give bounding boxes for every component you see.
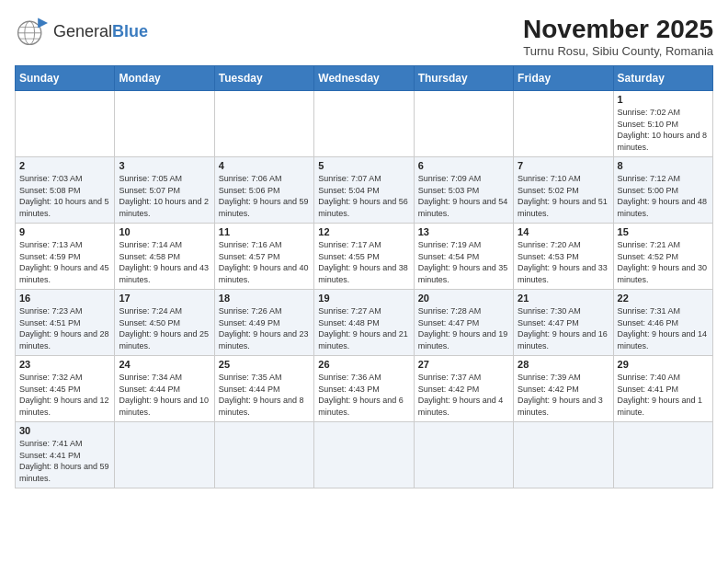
day-number: 11 [219,226,310,237]
calendar-day [214,91,313,157]
day-info: Sunrise: 7:26 AM Sunset: 4:49 PM Dayligh… [219,305,310,351]
day-info: Sunrise: 7:20 AM Sunset: 4:53 PM Dayligh… [518,239,609,285]
day-number: 12 [318,226,409,237]
day-number: 28 [518,359,609,370]
calendar-day: 24Sunrise: 7:34 AM Sunset: 4:44 PM Dayli… [115,356,214,422]
calendar-day: 25Sunrise: 7:35 AM Sunset: 4:44 PM Dayli… [214,356,313,422]
day-number: 4 [219,160,310,171]
col-saturday: Saturday [613,66,712,91]
col-sunday: Sunday [16,66,115,91]
day-number: 23 [19,359,110,370]
day-number: 15 [618,226,709,237]
calendar-table: Sunday Monday Tuesday Wednesday Thursday… [15,65,713,488]
calendar-day: 5Sunrise: 7:07 AM Sunset: 5:04 PM Daylig… [314,157,414,224]
day-number: 10 [119,226,210,237]
day-number: 9 [19,226,110,237]
calendar-day: 20Sunrise: 7:28 AM Sunset: 4:47 PM Dayli… [414,290,513,356]
day-number: 21 [518,293,609,304]
day-info: Sunrise: 7:28 AM Sunset: 4:47 PM Dayligh… [418,305,509,351]
day-number: 6 [418,160,509,171]
page-header: GeneralBlue November 2025 Turnu Rosu, Si… [15,15,713,58]
calendar-day [514,91,613,157]
calendar-day: 7Sunrise: 7:10 AM Sunset: 5:02 PM Daylig… [514,157,613,224]
day-info: Sunrise: 7:19 AM Sunset: 4:54 PM Dayligh… [418,239,509,285]
day-info: Sunrise: 7:30 AM Sunset: 4:47 PM Dayligh… [518,305,609,351]
calendar-day: 1Sunrise: 7:02 AM Sunset: 5:10 PM Daylig… [613,91,712,157]
calendar-day [414,422,513,488]
day-number: 14 [518,226,609,237]
day-number: 17 [119,293,210,304]
day-info: Sunrise: 7:14 AM Sunset: 4:58 PM Dayligh… [119,239,210,285]
day-number: 1 [618,94,709,105]
calendar-day [16,91,115,157]
day-number: 29 [618,359,709,370]
calendar-day: 30Sunrise: 7:41 AM Sunset: 4:41 PM Dayli… [16,422,115,488]
calendar-day [115,422,214,488]
col-tuesday: Tuesday [214,66,313,91]
day-number: 13 [418,226,509,237]
calendar-day: 17Sunrise: 7:24 AM Sunset: 4:50 PM Dayli… [115,290,214,356]
day-info: Sunrise: 7:37 AM Sunset: 4:42 PM Dayligh… [418,372,509,418]
month-title: November 2025 [523,15,713,44]
calendar-day: 12Sunrise: 7:17 AM Sunset: 4:55 PM Dayli… [314,224,414,290]
calendar-day: 16Sunrise: 7:23 AM Sunset: 4:51 PM Dayli… [16,290,115,356]
calendar-day [414,91,513,157]
day-info: Sunrise: 7:32 AM Sunset: 4:45 PM Dayligh… [19,372,110,418]
day-info: Sunrise: 7:34 AM Sunset: 4:44 PM Dayligh… [119,372,210,418]
day-number: 27 [418,359,509,370]
day-number: 30 [19,425,110,436]
calendar-week-row: 30Sunrise: 7:41 AM Sunset: 4:41 PM Dayli… [16,422,713,488]
day-number: 7 [518,160,609,171]
calendar-day: 14Sunrise: 7:20 AM Sunset: 4:53 PM Dayli… [514,224,613,290]
location: Turnu Rosu, Sibiu County, Romania [523,44,713,58]
day-info: Sunrise: 7:09 AM Sunset: 5:03 PM Dayligh… [418,173,509,219]
day-info: Sunrise: 7:10 AM Sunset: 5:02 PM Dayligh… [518,173,609,219]
calendar-day [214,422,313,488]
day-info: Sunrise: 7:17 AM Sunset: 4:55 PM Dayligh… [318,239,409,285]
day-number: 20 [418,293,509,304]
day-info: Sunrise: 7:16 AM Sunset: 4:57 PM Dayligh… [219,239,310,285]
calendar-day: 21Sunrise: 7:30 AM Sunset: 4:47 PM Dayli… [514,290,613,356]
day-info: Sunrise: 7:03 AM Sunset: 5:08 PM Dayligh… [19,173,110,219]
calendar-day: 8Sunrise: 7:12 AM Sunset: 5:00 PM Daylig… [613,157,712,224]
day-number: 16 [19,293,110,304]
calendar-day: 3Sunrise: 7:05 AM Sunset: 5:07 PM Daylig… [115,157,214,224]
day-info: Sunrise: 7:27 AM Sunset: 4:48 PM Dayligh… [318,305,409,351]
calendar-day: 15Sunrise: 7:21 AM Sunset: 4:52 PM Dayli… [613,224,712,290]
calendar-day: 13Sunrise: 7:19 AM Sunset: 4:54 PM Dayli… [414,224,513,290]
col-wednesday: Wednesday [314,66,414,91]
calendar-week-row: 16Sunrise: 7:23 AM Sunset: 4:51 PM Dayli… [16,290,713,356]
calendar-day: 9Sunrise: 7:13 AM Sunset: 4:59 PM Daylig… [16,224,115,290]
day-number: 8 [618,160,709,171]
day-info: Sunrise: 7:40 AM Sunset: 4:41 PM Dayligh… [618,372,709,418]
day-number: 2 [19,160,110,171]
title-block: November 2025 Turnu Rosu, Sibiu County, … [523,15,713,58]
calendar-day: 4Sunrise: 7:06 AM Sunset: 5:06 PM Daylig… [214,157,313,224]
calendar-day [314,422,414,488]
day-number: 3 [119,160,210,171]
day-info: Sunrise: 7:21 AM Sunset: 4:52 PM Dayligh… [618,239,709,285]
day-number: 24 [119,359,210,370]
day-info: Sunrise: 7:36 AM Sunset: 4:43 PM Dayligh… [318,372,409,418]
calendar-day [314,91,414,157]
day-info: Sunrise: 7:07 AM Sunset: 5:04 PM Dayligh… [318,173,409,219]
day-info: Sunrise: 7:05 AM Sunset: 5:07 PM Dayligh… [119,173,210,219]
day-info: Sunrise: 7:02 AM Sunset: 5:10 PM Dayligh… [618,107,709,153]
calendar-day: 11Sunrise: 7:16 AM Sunset: 4:57 PM Dayli… [214,224,313,290]
day-info: Sunrise: 7:31 AM Sunset: 4:46 PM Dayligh… [618,305,709,351]
calendar-day: 18Sunrise: 7:26 AM Sunset: 4:49 PM Dayli… [214,290,313,356]
calendar-week-row: 23Sunrise: 7:32 AM Sunset: 4:45 PM Dayli… [16,356,713,422]
day-number: 26 [318,359,409,370]
day-number: 22 [618,293,709,304]
calendar-day: 28Sunrise: 7:39 AM Sunset: 4:42 PM Dayli… [514,356,613,422]
logo: GeneralBlue [15,15,148,48]
day-info: Sunrise: 7:35 AM Sunset: 4:44 PM Dayligh… [219,372,310,418]
calendar-day: 27Sunrise: 7:37 AM Sunset: 4:42 PM Dayli… [414,356,513,422]
calendar-day: 22Sunrise: 7:31 AM Sunset: 4:46 PM Dayli… [613,290,712,356]
col-friday: Friday [514,66,613,91]
calendar-day: 26Sunrise: 7:36 AM Sunset: 4:43 PM Dayli… [314,356,414,422]
calendar-day: 6Sunrise: 7:09 AM Sunset: 5:03 PM Daylig… [414,157,513,224]
day-number: 5 [318,160,409,171]
calendar-day [613,422,712,488]
calendar-day: 23Sunrise: 7:32 AM Sunset: 4:45 PM Dayli… [16,356,115,422]
